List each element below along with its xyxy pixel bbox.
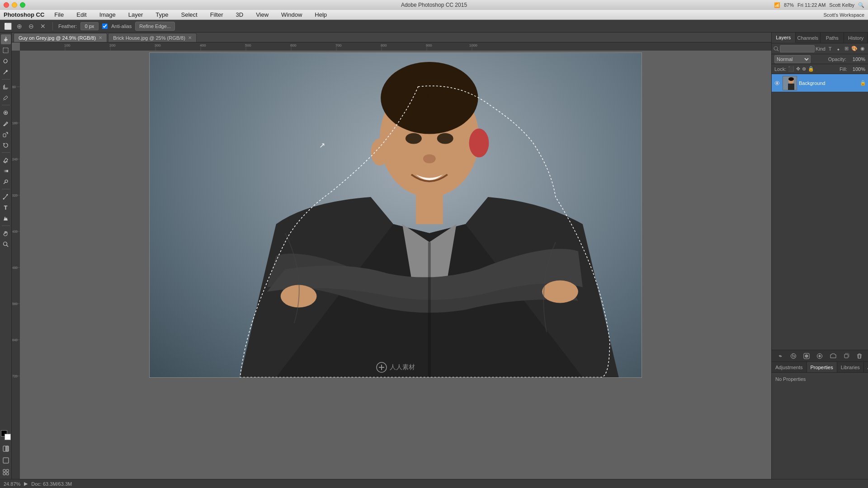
new-adjustment-icon[interactable] [815,352,824,361]
layers-filter-adj-icon[interactable]: ⬥ [835,45,842,52]
svg-rect-71 [416,192,443,224]
tab-brick-house[interactable]: Brick House.jpg @ 25% (RGB/8) ✕ [108,33,197,42]
screen-mode-tool[interactable] [1,455,11,465]
layers-search-input[interactable] [780,45,815,52]
refine-edge-button[interactable]: Refine Edge... [135,22,175,31]
layers-filter-smart-icon[interactable]: ⊞ [843,45,850,52]
search-icon[interactable]: 🔍 [858,2,864,8]
healing-brush-tool[interactable] [1,108,11,117]
fill-label: Fill: [840,66,847,72]
tool-icon-4[interactable]: ✕ [39,22,47,30]
menu-layer[interactable]: Layer [126,10,146,19]
brush-tool[interactable] [1,118,11,128]
tab-close-1[interactable]: ✕ [99,35,102,40]
kind-label: Kind [816,46,826,52]
eyedropper-tool[interactable] [1,93,11,103]
menu-select[interactable]: Select [178,10,200,19]
lock-pixels-icon[interactable]: ⬛ [788,66,794,72]
extras-tool[interactable] [1,467,11,477]
magic-wand-tool[interactable] [1,67,11,77]
layer-background[interactable]: Background 🔒 [772,74,868,92]
svg-text:160: 160 [12,122,18,125]
zoom-tool[interactable] [1,239,11,249]
tab-guy-on-grey[interactable]: Guy on Grey.jpg @ 24.9% (RGB/8) ✕ [14,33,107,42]
lock-move-icon[interactable]: ✥ [796,66,800,72]
tab-channels[interactable]: Channels [796,33,821,43]
tab-adjustments[interactable]: Adjustments [772,362,807,372]
blend-mode-select[interactable]: Normal Multiply Screen Overlay [774,55,811,63]
tab-paths[interactable]: Paths [821,33,844,43]
svg-point-66 [371,138,389,165]
crop-tool[interactable] [1,82,11,92]
layers-filter-color-icon[interactable]: 🎨 [851,45,858,52]
menu-window[interactable]: Window [278,10,305,19]
menu-edit[interactable]: Edit [74,10,89,19]
canvas-content[interactable]: @keyframes dashAnim { from { stroke-dash… [149,52,642,378]
workspace-label[interactable]: Scott's Workspace [823,12,864,18]
svg-text:480: 480 [12,266,18,269]
feather-input[interactable] [80,22,99,30]
menu-image[interactable]: Image [97,10,118,19]
menu-type[interactable]: Type [153,10,171,19]
hand-tool[interactable] [1,228,11,238]
eraser-tool[interactable] [1,155,11,165]
traffic-lights[interactable] [4,2,25,8]
mac-titlebar: Adobe Photoshop CC 2015 📶 87% Fri 11:22 … [0,0,868,10]
clone-stamp-tool[interactable] [1,129,11,139]
menu-view[interactable]: View [253,10,271,19]
menu-3d[interactable]: 3D [233,10,246,19]
link-layers-icon[interactable] [776,352,785,361]
svg-point-69 [437,133,453,144]
layer-visibility-eye[interactable] [774,80,781,87]
svg-text:700: 700 [335,43,342,47]
antialias-checkbox[interactable] [102,23,108,29]
new-group-icon[interactable] [829,352,838,361]
menu-help[interactable]: Help [312,10,330,19]
lock-artboard-icon[interactable]: ⊕ [802,66,806,72]
svg-rect-43 [12,51,20,479]
new-layer-icon[interactable] [842,352,851,361]
pen-tool[interactable] [1,192,11,202]
type-tool[interactable]: T [1,202,11,212]
background-color[interactable] [5,434,11,440]
history-brush-tool[interactable] [1,140,11,150]
foreground-background-colors[interactable] [1,430,11,440]
lock-all-icon[interactable]: 🔒 [808,66,814,72]
minimize-button[interactable] [12,2,17,8]
lasso-tool[interactable] [1,56,11,66]
gradient-tool[interactable] [1,166,11,176]
tab-actions[interactable]: Actions [864,362,868,372]
menu-filter[interactable]: Filter [208,10,226,19]
add-layer-style-icon[interactable]: fx [789,352,798,361]
tab-label-2: Brick House.jpg @ 25% (RGB/8) [113,35,185,41]
menu-file[interactable]: File [52,10,66,19]
bottom-panel-tabs: Adjustments Properties Libraries Actions [772,362,868,373]
fill-input[interactable] [849,66,865,72]
svg-text:720: 720 [12,375,18,378]
quick-mask-tool[interactable] [1,444,11,454]
layers-search-bar: Kind T ⬥ ⊞ 🎨 ◉ [772,43,868,54]
svg-rect-22 [20,42,771,51]
tab-layers[interactable]: Layers [772,33,796,43]
tool-icon-3[interactable]: ⊖ [27,22,35,30]
opacity-input[interactable] [849,56,865,62]
app-name: Photoshop CC [4,11,44,18]
feather-label: Feather: [58,23,77,29]
tool-icon-1[interactable]: ⬜ [4,22,12,30]
close-button[interactable] [4,2,9,8]
dodge-tool[interactable] [1,177,11,187]
status-arrow[interactable]: ▶ [24,481,28,487]
delete-layer-icon[interactable] [855,352,864,361]
path-selection-tool[interactable] [1,213,11,223]
maximize-button[interactable] [20,2,25,8]
add-mask-icon[interactable] [802,352,811,361]
tab-libraries[interactable]: Libraries [837,362,864,372]
tab-history[interactable]: History [844,33,868,43]
rectangular-marquee-tool[interactable] [1,45,11,55]
tab-properties[interactable]: Properties [807,362,837,372]
tool-icon-2[interactable]: ⊕ [15,22,24,30]
move-tool[interactable] [1,34,11,44]
tab-close-2[interactable]: ✕ [188,35,192,40]
layers-filter-type-icon[interactable]: T [826,45,834,52]
layers-filter-toggle-icon[interactable]: ◉ [859,45,866,52]
